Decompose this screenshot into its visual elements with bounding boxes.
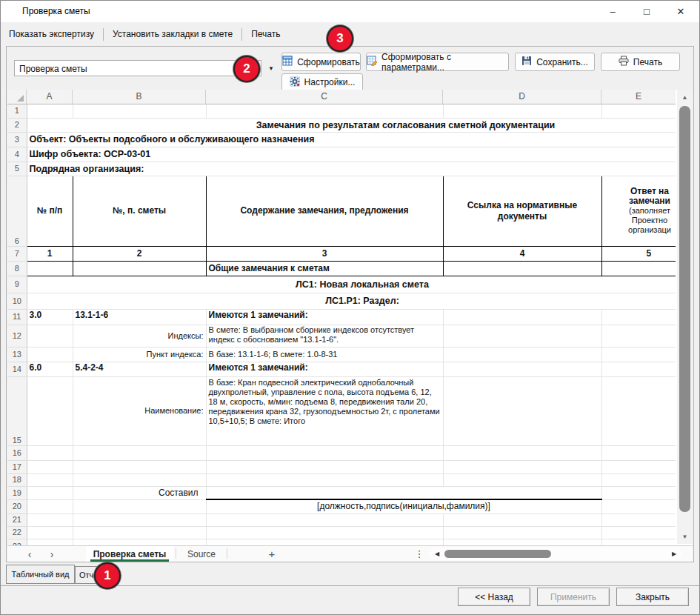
row-number[interactable]: 12 xyxy=(7,325,27,347)
tab-proverka-smety[interactable]: Проверка сметы xyxy=(86,546,173,562)
signature-hint-cell[interactable]: [должность,подпись(инициалы,фамилия)] xyxy=(206,499,601,513)
col-number-cell[interactable]: 5 xyxy=(601,246,676,261)
estimate-ref-cell[interactable]: 13.1-1-6 xyxy=(73,309,206,325)
remark-label-cell[interactable]: Индексы: xyxy=(73,325,206,347)
row-number[interactable]: 14 xyxy=(7,362,27,376)
header-cell-answer[interactable]: Ответ на замечани (заполняет Проектно ор… xyxy=(601,176,676,246)
row-number[interactable]: 22 xyxy=(7,526,27,539)
table-row: 7 1 2 3 4 5 xyxy=(7,246,676,261)
signature-line-cell[interactable] xyxy=(206,486,601,499)
header-answer-line: (заполняет xyxy=(604,206,676,216)
menu-print[interactable]: Печать xyxy=(242,25,289,43)
scroll-left-icon[interactable]: ◀ xyxy=(431,548,443,560)
report-type-combobox[interactable]: Проверка сметы xyxy=(14,60,261,76)
column-header-b[interactable]: B xyxy=(73,90,206,104)
ls1-cell[interactable]: ЛС1: Новая локальная смета xyxy=(27,276,676,293)
minimize-button[interactable]: – xyxy=(596,0,630,22)
row-number[interactable]: 3 xyxy=(7,132,27,147)
remark-label-cell[interactable]: Наименование: xyxy=(73,376,206,445)
remark-text-cell[interactable]: В базе: Кран подвесной электрический одн… xyxy=(206,376,443,445)
print-button-label: Печать xyxy=(633,57,662,67)
col-number-cell[interactable]: 1 xyxy=(27,246,73,261)
row-number[interactable]: 8 xyxy=(7,261,27,276)
sheet-tab-strip: ‹ › Проверка сметы Source + ⋮ ◀ ▶ xyxy=(7,545,693,562)
col-number-cell[interactable]: 4 xyxy=(443,246,601,261)
remark-count-cell[interactable]: Имеются 1 замечаний: xyxy=(206,309,443,325)
apply-button[interactable]: Применить xyxy=(537,588,610,606)
row-number[interactable]: 23 xyxy=(7,539,27,545)
header-answer-line: замечани xyxy=(604,196,676,206)
cipher-cell[interactable]: Шифр объекта: ОСР-03-01 xyxy=(27,147,676,162)
row-number[interactable]: 5 xyxy=(7,162,27,176)
menu-set-bookmarks[interactable]: Установить закладки в смете xyxy=(104,25,241,43)
prev-sheet-icon[interactable]: ‹ xyxy=(21,546,39,562)
row-number[interactable]: 20 xyxy=(7,499,27,513)
compiled-by-cell[interactable]: Составил xyxy=(73,486,206,499)
estimate-ref-cell[interactable]: 5.4-2-4 xyxy=(73,362,206,376)
remark-text-cell[interactable]: В смете: В выбранном сборнике индексов о… xyxy=(206,325,443,347)
column-header-c[interactable]: C xyxy=(206,90,443,104)
col-number-cell[interactable]: 3 xyxy=(206,246,443,261)
header-cell-npp[interactable]: № п/п xyxy=(27,176,73,246)
combobox-dropdown-icon[interactable]: ▼ xyxy=(264,62,279,75)
generate-button[interactable]: Сформировать xyxy=(281,53,361,71)
remark-count-cell[interactable]: Имеются 1 замечаний: xyxy=(206,362,443,376)
col-number-cell[interactable]: 2 xyxy=(73,246,206,261)
save-button[interactable]: Сохранить... xyxy=(515,53,595,71)
row-number[interactable]: 7 xyxy=(7,246,27,261)
column-header-a[interactable]: A xyxy=(27,90,73,104)
header-cell-estimate-no[interactable]: №, п. сметы xyxy=(73,176,206,246)
tab-source[interactable]: Source xyxy=(179,546,224,562)
next-sheet-icon[interactable]: › xyxy=(43,546,61,562)
horizontal-scrollbar-thumb[interactable] xyxy=(444,550,551,558)
row-number[interactable]: 6 xyxy=(7,176,27,246)
row-number[interactable]: 21 xyxy=(7,513,27,526)
row-number[interactable]: 4 xyxy=(7,147,27,162)
row-number[interactable]: 15 xyxy=(7,376,27,445)
table-row: 6 № п/п №, п. сметы Содержание замечания… xyxy=(7,176,676,246)
row-number[interactable]: 10 xyxy=(7,293,27,309)
item-number-cell[interactable]: 3.0 xyxy=(27,309,73,325)
header-cell-content[interactable]: Содержание замечания, предложения xyxy=(206,176,443,246)
more-options-icon[interactable]: ⋮ xyxy=(413,546,425,562)
ls1r1-cell[interactable]: ЛС1.Р1: Раздел: xyxy=(27,293,676,309)
row-number[interactable]: 16 xyxy=(7,445,27,460)
menu-show-expertise[interactable]: Показать экспертизу xyxy=(0,25,103,43)
general-remarks-cell[interactable]: Общие замечания к сметам xyxy=(206,261,443,276)
table-row: 12 Индексы: В смете: В выбранном сборник… xyxy=(7,325,676,347)
tab-table-view[interactable]: Табличный вид xyxy=(6,565,75,584)
item-number-cell[interactable]: 6.0 xyxy=(27,362,73,376)
contractor-cell[interactable]: Подрядная организация: xyxy=(27,162,676,176)
print-button[interactable]: Печать xyxy=(601,53,680,71)
report-title-cell[interactable]: Замечания по результатам согласования см… xyxy=(27,118,676,132)
row-number[interactable]: 18 xyxy=(7,473,27,486)
scroll-up-icon[interactable]: ▲ xyxy=(677,91,693,103)
scroll-right-icon[interactable]: ▶ xyxy=(668,548,680,560)
row-number[interactable]: 11 xyxy=(7,309,27,325)
row-number[interactable]: 1 xyxy=(7,104,27,118)
scroll-down-icon[interactable]: ▼ xyxy=(677,531,693,542)
object-cell[interactable]: Объект: Объекты подсобного и обслуживающ… xyxy=(27,132,676,147)
header-cell-docs[interactable]: Ссылка на нормативные документы xyxy=(443,176,601,246)
row-number[interactable]: 2 xyxy=(7,118,27,132)
settings-button[interactable]: Настройки... xyxy=(281,73,363,91)
maximize-button[interactable]: □ xyxy=(630,0,664,22)
column-header-e[interactable]: E xyxy=(601,90,676,104)
select-all-corner[interactable] xyxy=(7,90,27,104)
vertical-scrollbar-thumb[interactable] xyxy=(679,106,690,512)
row-number[interactable]: 19 xyxy=(7,486,27,499)
add-sheet-button[interactable]: + xyxy=(263,546,281,562)
row-number[interactable]: 13 xyxy=(7,347,27,362)
horizontal-scrollbar[interactable]: ◀ ▶ xyxy=(430,548,681,560)
close-dialog-button[interactable]: Закрыть xyxy=(616,588,689,606)
row-number[interactable]: 9 xyxy=(7,276,27,293)
back-button[interactable]: << Назад xyxy=(458,588,530,606)
column-header-d[interactable]: D xyxy=(443,90,601,104)
remark-label-cell[interactable]: Пункт индекса: xyxy=(73,347,206,362)
vertical-scrollbar[interactable]: ▲ ▼ xyxy=(677,90,693,544)
remark-text-cell[interactable]: В базе: 13.1-1-6; В смете: 1.0-8-31 xyxy=(206,347,443,362)
close-button[interactable]: ✕ xyxy=(664,0,698,22)
table-row: 2Замечания по результатам согласования с… xyxy=(7,118,676,132)
row-number[interactable]: 17 xyxy=(7,460,27,473)
generate-with-params-button[interactable]: Сформировать с параметрами... xyxy=(366,53,509,71)
